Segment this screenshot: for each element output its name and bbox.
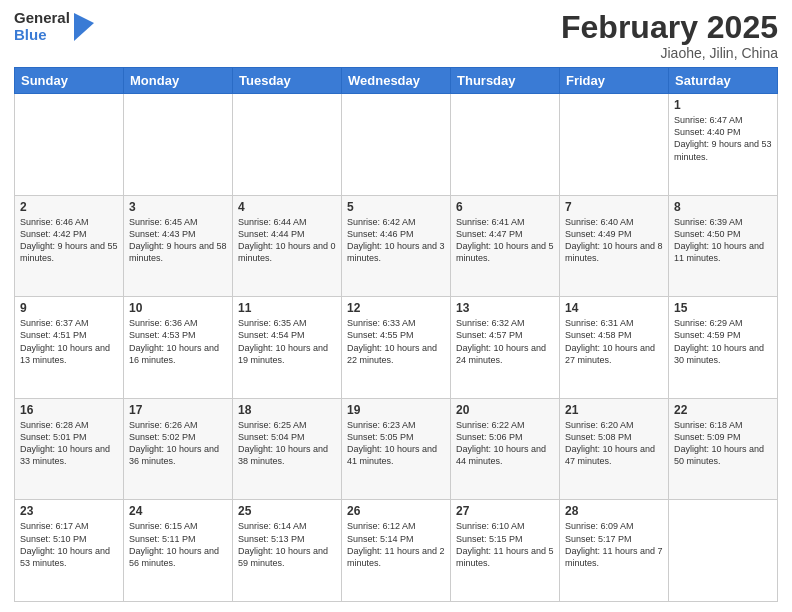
calendar-cell: 21Sunrise: 6:20 AM Sunset: 5:08 PM Dayli… (560, 398, 669, 500)
day-info: Sunrise: 6:15 AM Sunset: 5:11 PM Dayligh… (129, 520, 227, 569)
logo-blue: Blue (14, 27, 70, 44)
day-info: Sunrise: 6:29 AM Sunset: 4:59 PM Dayligh… (674, 317, 772, 366)
day-number: 3 (129, 200, 227, 214)
day-info: Sunrise: 6:47 AM Sunset: 4:40 PM Dayligh… (674, 114, 772, 163)
calendar-cell: 7Sunrise: 6:40 AM Sunset: 4:49 PM Daylig… (560, 195, 669, 297)
day-number: 20 (456, 403, 554, 417)
day-info: Sunrise: 6:46 AM Sunset: 4:42 PM Dayligh… (20, 216, 118, 265)
day-info: Sunrise: 6:36 AM Sunset: 4:53 PM Dayligh… (129, 317, 227, 366)
calendar-week-4: 23Sunrise: 6:17 AM Sunset: 5:10 PM Dayli… (15, 500, 778, 602)
calendar-cell: 12Sunrise: 6:33 AM Sunset: 4:55 PM Dayli… (342, 297, 451, 399)
title-block: February 2025 Jiaohe, Jilin, China (561, 10, 778, 61)
calendar-cell: 9Sunrise: 6:37 AM Sunset: 4:51 PM Daylig… (15, 297, 124, 399)
calendar-cell: 14Sunrise: 6:31 AM Sunset: 4:58 PM Dayli… (560, 297, 669, 399)
day-info: Sunrise: 6:18 AM Sunset: 5:09 PM Dayligh… (674, 419, 772, 468)
calendar-cell (124, 94, 233, 196)
day-number: 17 (129, 403, 227, 417)
day-header-saturday: Saturday (669, 68, 778, 94)
day-number: 10 (129, 301, 227, 315)
day-number: 24 (129, 504, 227, 518)
calendar-cell: 27Sunrise: 6:10 AM Sunset: 5:15 PM Dayli… (451, 500, 560, 602)
day-info: Sunrise: 6:41 AM Sunset: 4:47 PM Dayligh… (456, 216, 554, 265)
day-info: Sunrise: 6:22 AM Sunset: 5:06 PM Dayligh… (456, 419, 554, 468)
calendar-cell: 16Sunrise: 6:28 AM Sunset: 5:01 PM Dayli… (15, 398, 124, 500)
day-info: Sunrise: 6:35 AM Sunset: 4:54 PM Dayligh… (238, 317, 336, 366)
day-header-thursday: Thursday (451, 68, 560, 94)
day-number: 2 (20, 200, 118, 214)
day-number: 21 (565, 403, 663, 417)
day-info: Sunrise: 6:26 AM Sunset: 5:02 PM Dayligh… (129, 419, 227, 468)
day-header-sunday: Sunday (15, 68, 124, 94)
calendar-cell: 3Sunrise: 6:45 AM Sunset: 4:43 PM Daylig… (124, 195, 233, 297)
calendar-cell: 15Sunrise: 6:29 AM Sunset: 4:59 PM Dayli… (669, 297, 778, 399)
svg-marker-0 (74, 13, 94, 41)
logo-icon (74, 13, 94, 41)
day-number: 12 (347, 301, 445, 315)
day-number: 1 (674, 98, 772, 112)
header: General Blue February 2025 Jiaohe, Jilin… (14, 10, 778, 61)
day-number: 9 (20, 301, 118, 315)
calendar-cell (451, 94, 560, 196)
calendar-cell: 24Sunrise: 6:15 AM Sunset: 5:11 PM Dayli… (124, 500, 233, 602)
day-header-tuesday: Tuesday (233, 68, 342, 94)
day-info: Sunrise: 6:23 AM Sunset: 5:05 PM Dayligh… (347, 419, 445, 468)
calendar-cell: 19Sunrise: 6:23 AM Sunset: 5:05 PM Dayli… (342, 398, 451, 500)
day-info: Sunrise: 6:25 AM Sunset: 5:04 PM Dayligh… (238, 419, 336, 468)
day-info: Sunrise: 6:40 AM Sunset: 4:49 PM Dayligh… (565, 216, 663, 265)
day-number: 16 (20, 403, 118, 417)
calendar-cell: 26Sunrise: 6:12 AM Sunset: 5:14 PM Dayli… (342, 500, 451, 602)
calendar-cell: 28Sunrise: 6:09 AM Sunset: 5:17 PM Dayli… (560, 500, 669, 602)
calendar-cell: 25Sunrise: 6:14 AM Sunset: 5:13 PM Dayli… (233, 500, 342, 602)
calendar-week-0: 1Sunrise: 6:47 AM Sunset: 4:40 PM Daylig… (15, 94, 778, 196)
day-number: 22 (674, 403, 772, 417)
day-info: Sunrise: 6:39 AM Sunset: 4:50 PM Dayligh… (674, 216, 772, 265)
day-number: 19 (347, 403, 445, 417)
subtitle: Jiaohe, Jilin, China (561, 45, 778, 61)
day-number: 5 (347, 200, 445, 214)
calendar-cell: 20Sunrise: 6:22 AM Sunset: 5:06 PM Dayli… (451, 398, 560, 500)
day-info: Sunrise: 6:12 AM Sunset: 5:14 PM Dayligh… (347, 520, 445, 569)
day-info: Sunrise: 6:20 AM Sunset: 5:08 PM Dayligh… (565, 419, 663, 468)
day-number: 11 (238, 301, 336, 315)
calendar-cell: 4Sunrise: 6:44 AM Sunset: 4:44 PM Daylig… (233, 195, 342, 297)
day-info: Sunrise: 6:33 AM Sunset: 4:55 PM Dayligh… (347, 317, 445, 366)
day-info: Sunrise: 6:44 AM Sunset: 4:44 PM Dayligh… (238, 216, 336, 265)
day-header-wednesday: Wednesday (342, 68, 451, 94)
day-number: 25 (238, 504, 336, 518)
calendar-table: SundayMondayTuesdayWednesdayThursdayFrid… (14, 67, 778, 602)
calendar-cell: 22Sunrise: 6:18 AM Sunset: 5:09 PM Dayli… (669, 398, 778, 500)
calendar-week-1: 2Sunrise: 6:46 AM Sunset: 4:42 PM Daylig… (15, 195, 778, 297)
day-number: 23 (20, 504, 118, 518)
calendar-cell: 18Sunrise: 6:25 AM Sunset: 5:04 PM Dayli… (233, 398, 342, 500)
calendar-cell (560, 94, 669, 196)
day-number: 18 (238, 403, 336, 417)
calendar-week-3: 16Sunrise: 6:28 AM Sunset: 5:01 PM Dayli… (15, 398, 778, 500)
day-number: 4 (238, 200, 336, 214)
day-number: 15 (674, 301, 772, 315)
calendar-week-2: 9Sunrise: 6:37 AM Sunset: 4:51 PM Daylig… (15, 297, 778, 399)
calendar-cell: 1Sunrise: 6:47 AM Sunset: 4:40 PM Daylig… (669, 94, 778, 196)
day-number: 6 (456, 200, 554, 214)
calendar-cell (15, 94, 124, 196)
day-header-friday: Friday (560, 68, 669, 94)
day-info: Sunrise: 6:31 AM Sunset: 4:58 PM Dayligh… (565, 317, 663, 366)
day-info: Sunrise: 6:17 AM Sunset: 5:10 PM Dayligh… (20, 520, 118, 569)
day-info: Sunrise: 6:42 AM Sunset: 4:46 PM Dayligh… (347, 216, 445, 265)
day-number: 14 (565, 301, 663, 315)
day-info: Sunrise: 6:09 AM Sunset: 5:17 PM Dayligh… (565, 520, 663, 569)
logo-text: General Blue (14, 10, 70, 43)
calendar-cell (669, 500, 778, 602)
calendar-cell: 23Sunrise: 6:17 AM Sunset: 5:10 PM Dayli… (15, 500, 124, 602)
calendar-cell: 8Sunrise: 6:39 AM Sunset: 4:50 PM Daylig… (669, 195, 778, 297)
day-number: 13 (456, 301, 554, 315)
logo: General Blue (14, 10, 94, 43)
logo-general: General (14, 10, 70, 27)
day-number: 26 (347, 504, 445, 518)
calendar-cell: 6Sunrise: 6:41 AM Sunset: 4:47 PM Daylig… (451, 195, 560, 297)
page: General Blue February 2025 Jiaohe, Jilin… (0, 0, 792, 612)
calendar-header-row: SundayMondayTuesdayWednesdayThursdayFrid… (15, 68, 778, 94)
day-number: 28 (565, 504, 663, 518)
day-info: Sunrise: 6:45 AM Sunset: 4:43 PM Dayligh… (129, 216, 227, 265)
calendar-cell: 17Sunrise: 6:26 AM Sunset: 5:02 PM Dayli… (124, 398, 233, 500)
calendar-cell: 11Sunrise: 6:35 AM Sunset: 4:54 PM Dayli… (233, 297, 342, 399)
